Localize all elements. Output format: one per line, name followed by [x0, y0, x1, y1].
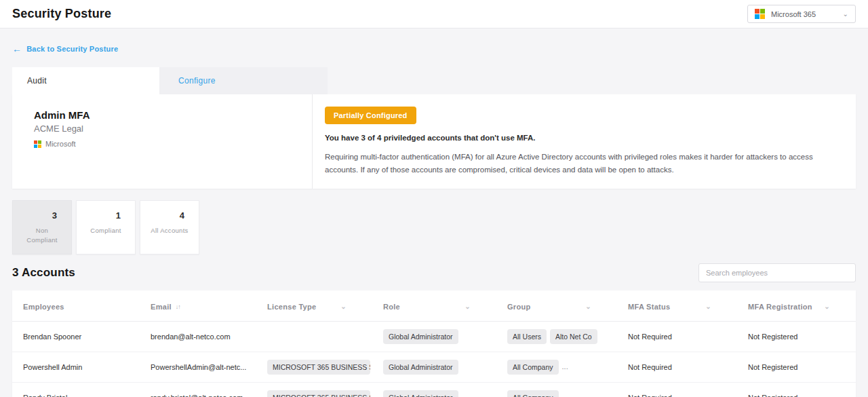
employee-name: Randy Bristol — [12, 382, 140, 397]
chevron-down-icon: ⌄ — [843, 11, 848, 18]
mfa-registration-cell: Not Registered — [737, 382, 856, 397]
chevron-down-icon[interactable]: ⌄ — [824, 303, 830, 310]
column-header-group[interactable]: Group ⌄ — [496, 290, 617, 322]
role-chip: Global Administrator — [383, 360, 458, 375]
stat-label: Non Compliant — [13, 226, 71, 246]
audit-title: Admin MFA — [34, 109, 290, 121]
audit-description-text: Requiring multi-factor authentication (M… — [325, 151, 838, 176]
role-chip: Global Administrator — [383, 390, 458, 397]
group-cell: All Company... — [496, 382, 617, 397]
column-header-email[interactable]: Email ↓↑ — [140, 290, 256, 322]
provider-name: Microsoft — [45, 140, 76, 148]
role-cell: Global Administrator — [372, 382, 496, 397]
status-badge: Partially Configured — [325, 107, 416, 124]
license-cell: MICROSOFT 365 BUSINESS STAN — [256, 352, 372, 382]
back-link-label: Back to Security Posture — [26, 45, 118, 53]
audit-provider: Microsoft — [34, 140, 290, 148]
role-cell: Global Administrator — [372, 352, 496, 382]
table-row: Randy Bristol randy.bristol@alt-netco.co… — [12, 382, 856, 397]
license-cell — [256, 321, 372, 352]
more-groups-indicator: ... — [562, 362, 568, 371]
accounts-count-title: 3 Accounts — [12, 266, 75, 280]
mfa-status-cell: Not Required — [617, 382, 737, 397]
role-chip: Global Administrator — [383, 329, 458, 344]
audit-summary-text: You have 3 of 4 priviledged accounts tha… — [325, 134, 838, 142]
employee-name: Powershell Admin — [12, 352, 140, 382]
tab-bar: Audit Configure — [12, 67, 856, 94]
stat-label: All Accounts — [140, 226, 199, 235]
employee-email: brendan@alt-netco.com — [140, 321, 256, 352]
page-title: Security Posture — [12, 7, 111, 21]
employee-email: PowershellAdmin@alt-netc... — [140, 352, 256, 382]
stat-card-all-accounts[interactable]: 4 All Accounts — [140, 200, 199, 254]
group-chip: All Company — [507, 390, 559, 397]
stat-value: 3 — [13, 201, 71, 221]
chevron-down-icon[interactable]: ⌄ — [705, 303, 711, 310]
accounts-header: 3 Accounts — [12, 263, 856, 282]
microsoft-logo-icon — [34, 140, 41, 148]
stat-card-group: 3 Non Compliant 1 Compliant 4 All Accoun… — [12, 200, 856, 254]
sort-icons[interactable]: ↓↑ — [176, 303, 180, 310]
mfa-registration-cell: Not Registered — [737, 321, 856, 352]
microsoft-logo-icon — [755, 9, 765, 19]
license-chip: MICROSOFT 365 BUSINESS STAN — [267, 390, 370, 397]
group-chip: All Company — [507, 360, 559, 375]
column-header-mfa-status[interactable]: MFA Status ⌄ — [617, 290, 737, 322]
chevron-down-icon[interactable]: ⌄ — [340, 303, 347, 310]
column-header-role[interactable]: Role ⌄ — [372, 290, 496, 322]
tab-audit[interactable]: Audit — [12, 67, 159, 94]
group-chip: All Users — [507, 329, 547, 344]
audit-description-panel: Partially Configured You have 3 of 4 pri… — [313, 94, 856, 189]
stat-value: 4 — [140, 201, 199, 221]
tenant-selector[interactable]: Microsoft 365 ⌄ — [747, 5, 856, 23]
stat-value: 1 — [77, 201, 135, 221]
chevron-down-icon[interactable]: ⌄ — [585, 303, 591, 310]
column-header-employees: Employees — [12, 290, 140, 322]
employee-email: randy.bristol@alt-netco.com — [140, 382, 256, 397]
mfa-status-cell: Not Required — [617, 321, 737, 352]
search-input[interactable] — [698, 263, 856, 282]
role-cell: Global Administrator — [372, 321, 496, 352]
column-header-license-type[interactable]: License Type ⌄ — [256, 290, 372, 322]
group-cell: All UsersAlto Net Co — [496, 321, 617, 352]
group-cell: All Company... — [496, 352, 617, 382]
employee-name: Brendan Spooner — [12, 321, 140, 352]
back-link[interactable]: ← Back to Security Posture — [12, 43, 118, 54]
tenant-label: Microsoft 365 — [771, 10, 837, 18]
column-header-mfa-registration[interactable]: MFA Registration ⌄ — [737, 290, 856, 322]
license-cell: MICROSOFT 365 BUSINESS STAN — [256, 382, 372, 397]
accounts-table: Employees Email ↓↑ License Type ⌄ Role ⌄ — [12, 290, 856, 397]
back-arrow-icon: ← — [12, 43, 22, 54]
license-chip: MICROSOFT 365 BUSINESS STAN — [267, 360, 370, 375]
stat-card-compliant[interactable]: 1 Compliant — [76, 200, 136, 254]
table-row: Brendan Spooner brendan@alt-netco.com Gl… — [12, 321, 856, 352]
audit-company: ACME Legal — [34, 124, 290, 134]
top-bar: Security Posture Microsoft 365 ⌄ — [0, 0, 868, 29]
accounts-table-card: Employees Email ↓↑ License Type ⌄ Role ⌄ — [12, 290, 856, 397]
tab-configure[interactable]: Configure — [159, 67, 328, 94]
more-groups-indicator: ... — [562, 393, 568, 397]
group-chip: Alto Net Co — [550, 329, 597, 344]
stat-label: Compliant — [77, 226, 135, 235]
mfa-status-cell: Not Required — [617, 352, 737, 382]
audit-summary-panel: Admin MFA ACME Legal Microsoft — [12, 94, 312, 189]
stat-card-non-compliant[interactable]: 3 Non Compliant — [12, 200, 72, 254]
mfa-registration-cell: Not Registered — [737, 352, 856, 382]
chevron-down-icon[interactable]: ⌄ — [465, 303, 471, 310]
table-row: Powershell Admin PowershellAdmin@alt-net… — [12, 352, 856, 382]
audit-detail-card: Admin MFA ACME Legal Microsoft Partially… — [12, 94, 856, 189]
